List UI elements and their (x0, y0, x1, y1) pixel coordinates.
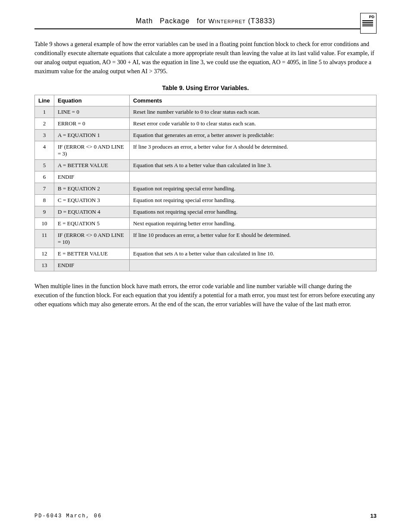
cell-line: 4 (35, 141, 54, 160)
intro-paragraph: Table 9 shows a general example of how t… (34, 40, 377, 76)
cell-line: 9 (35, 206, 54, 218)
cell-comments: Equation not requiring special error han… (130, 195, 377, 206)
cell-line: 2 (35, 118, 54, 130)
table-row: 1LINE = 0Reset line number variable to 0… (35, 106, 377, 118)
footer-left: PD-6043 March, 06 (34, 513, 102, 519)
table-row: 8C = EQUATION 3Equation not requiring sp… (35, 195, 377, 206)
cell-comments (130, 171, 377, 183)
cell-line: 12 (35, 248, 54, 260)
page-number: 13 (371, 513, 377, 519)
table-header-row: Line Equation Comments (35, 95, 377, 106)
cell-comments: Equation that sets A to a better value t… (130, 160, 377, 171)
cell-line: 3 (35, 130, 54, 141)
table-row: 2ERROR = 0Reset error code variable to 0… (35, 118, 377, 130)
table-row: 4IF (ERROR <> 0 AND LINE = 3)If line 3 p… (35, 141, 377, 160)
table-row: 11IF (ERROR <> 0 AND LINE = 10)If line 1… (35, 230, 377, 248)
cell-equation: B = EQUATION 2 (54, 183, 130, 195)
table-row: 9D = EQUATION 4Equations not requiring s… (35, 206, 377, 218)
cell-comments: If line 10 produces an error, a better v… (130, 230, 377, 248)
table-row: 10E = EQUATION 5Next equation requiring … (35, 218, 377, 230)
cell-comments: Equation not requiring special error han… (130, 183, 377, 195)
cell-comments: Next equation requiring better error han… (130, 218, 377, 230)
cell-comments: Equation that sets A to a better value t… (130, 248, 377, 260)
cell-equation: E = EQUATION 5 (54, 218, 130, 230)
page-header: Math Package for Winterpret (T3833) PD (34, 17, 377, 29)
table-title: Table 9. Using Error Variables. (34, 84, 377, 91)
cell-equation: ERROR = 0 (54, 118, 130, 130)
cell-equation: IF (ERROR <> 0 AND LINE = 3) (54, 141, 130, 160)
cell-equation: ENDIF (54, 260, 130, 271)
cell-line: 5 (35, 160, 54, 171)
cell-comments: Reset error code variable to 0 to clear … (130, 118, 377, 130)
table-row: 6ENDIF (35, 171, 377, 183)
cell-line: 8 (35, 195, 54, 206)
error-variables-table: Line Equation Comments 1LINE = 0Reset li… (34, 95, 377, 271)
cell-equation: A = EQUATION 1 (54, 130, 130, 141)
cell-equation: D = EQUATION 4 (54, 206, 130, 218)
cell-line: 1 (35, 106, 54, 118)
cell-line: 10 (35, 218, 54, 230)
cell-comments: Equation that generates an error, a bett… (130, 130, 377, 141)
cell-comments: If line 3 produces an error, a better va… (130, 141, 377, 160)
col-header-equation: Equation (54, 95, 130, 106)
cell-line: 11 (35, 230, 54, 248)
cell-equation: LINE = 0 (54, 106, 130, 118)
icon-lines (362, 20, 374, 27)
cell-equation: ENDIF (54, 171, 130, 183)
cell-comments: Reset line number variable to 0 to clear… (130, 106, 377, 118)
table-row: 3A = EQUATION 1Equation that generates a… (35, 130, 377, 141)
cell-equation: C = EQUATION 3 (54, 195, 130, 206)
cell-equation: A = BETTER VALUE (54, 160, 130, 171)
table-row: 13ENDIF (35, 260, 377, 271)
pd-label: PD (369, 15, 374, 19)
cell-line: 6 (35, 171, 54, 183)
header-icon: PD (360, 13, 377, 34)
cell-comments: Equations not requiring special error ha… (130, 206, 377, 218)
cell-comments (130, 260, 377, 271)
table-row: 5A = BETTER VALUEEquation that sets A to… (35, 160, 377, 171)
table-row: 7B = EQUATION 2Equation not requiring sp… (35, 183, 377, 195)
cell-line: 7 (35, 183, 54, 195)
page: Math Package for Winterpret (T3833) PD T… (0, 0, 411, 532)
table-row: 12E = BETTER VALUEEquation that sets A t… (35, 248, 377, 260)
cell-line: 13 (35, 260, 54, 271)
cell-equation: E = BETTER VALUE (54, 248, 130, 260)
header-title: Math Package for Winterpret (T3833) (136, 17, 275, 25)
table-container: Table 9. Using Error Variables. Line Equ… (34, 84, 377, 271)
closing-paragraph: When multiple lines in the function bloc… (34, 282, 377, 309)
cell-equation: IF (ERROR <> 0 AND LINE = 10) (54, 230, 130, 248)
page-footer: PD-6043 March, 06 13 (34, 513, 377, 519)
col-header-comments: Comments (130, 95, 377, 106)
col-header-line: Line (35, 95, 54, 106)
